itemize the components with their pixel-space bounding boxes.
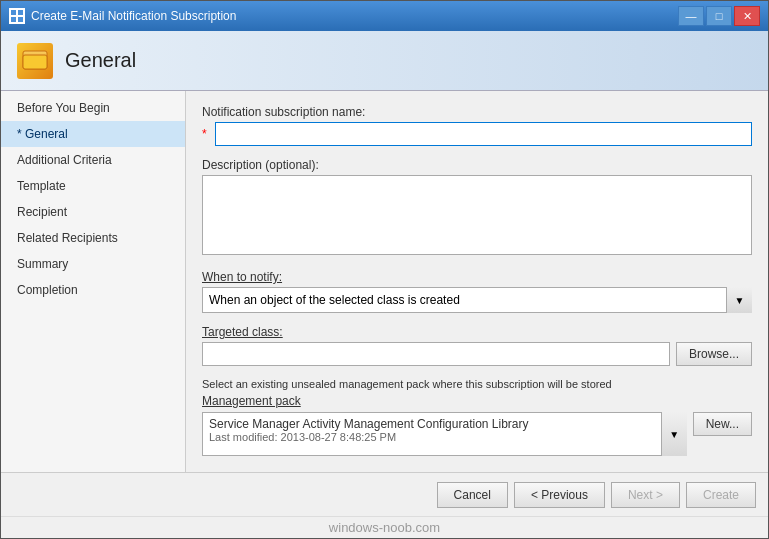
subscription-name-group: Notification subscription name: *: [202, 105, 752, 146]
management-pack-description: Select an existing unsealed management p…: [202, 378, 752, 390]
when-to-notify-group: When to notify: When an object of the se…: [202, 270, 752, 313]
svg-rect-3: [18, 17, 23, 22]
minimize-button[interactable]: —: [678, 6, 704, 26]
sidebar-item-summary[interactable]: Summary: [1, 251, 185, 277]
titlebar-left: Create E-Mail Notification Subscription: [9, 8, 236, 24]
svg-rect-0: [11, 10, 16, 15]
management-pack-select[interactable]: Service Manager Activity Management Conf…: [202, 412, 687, 456]
management-pack-option-sub: Last modified: 2013-08-27 8:48:25 PM: [209, 431, 660, 443]
page-header: General: [1, 31, 768, 91]
titlebar: Create E-Mail Notification Subscription …: [1, 1, 768, 31]
required-indicator: *: [202, 127, 207, 141]
management-pack-row: Service Manager Activity Management Conf…: [202, 412, 752, 456]
sidebar-item-additional-criteria[interactable]: Additional Criteria: [1, 147, 185, 173]
create-button[interactable]: Create: [686, 482, 756, 508]
maximize-button[interactable]: □: [706, 6, 732, 26]
targeted-class-input[interactable]: [202, 342, 670, 366]
when-to-notify-label: When to notify:: [202, 270, 752, 284]
new-button[interactable]: New...: [693, 412, 752, 436]
browse-button[interactable]: Browse...: [676, 342, 752, 366]
management-pack-arrow: ▼: [661, 412, 687, 456]
targeted-class-label: Targeted class:: [202, 325, 752, 339]
management-pack-section: Select an existing unsealed management p…: [202, 378, 752, 456]
window-icon: [9, 8, 25, 24]
sidebar-item-general[interactable]: * General: [1, 121, 185, 147]
management-pack-option-main: Service Manager Activity Management Conf…: [209, 417, 660, 431]
cancel-button[interactable]: Cancel: [437, 482, 508, 508]
window-title: Create E-Mail Notification Subscription: [31, 9, 236, 23]
targeted-class-group: Targeted class: Browse...: [202, 325, 752, 366]
main-window: Create E-Mail Notification Subscription …: [0, 0, 769, 539]
subscription-name-label: Notification subscription name:: [202, 105, 752, 119]
management-pack-label: Management pack: [202, 394, 752, 408]
sidebar-item-related-recipients[interactable]: Related Recipients: [1, 225, 185, 251]
sidebar: Before You Begin * General Additional Cr…: [1, 91, 186, 472]
header-icon: [17, 43, 53, 79]
main-panel: Notification subscription name: * Descri…: [186, 91, 768, 472]
sidebar-item-recipient[interactable]: Recipient: [1, 199, 185, 225]
when-to-notify-select[interactable]: When an object of the selected class is …: [202, 287, 752, 313]
window-controls: — □ ✕: [678, 6, 760, 26]
description-label: Description (optional):: [202, 158, 752, 172]
previous-button[interactable]: < Previous: [514, 482, 605, 508]
management-pack-select-wrapper: Service Manager Activity Management Conf…: [202, 412, 687, 456]
sidebar-item-before-you-begin[interactable]: Before You Begin: [1, 95, 185, 121]
targeted-class-row: Browse...: [202, 342, 752, 366]
svg-rect-2: [11, 17, 16, 22]
close-button[interactable]: ✕: [734, 6, 760, 26]
subscription-name-input[interactable]: [215, 122, 752, 146]
sidebar-item-completion[interactable]: Completion: [1, 277, 185, 303]
description-textarea[interactable]: [202, 175, 752, 255]
page-title: General: [65, 49, 136, 72]
svg-rect-1: [18, 10, 23, 15]
sidebar-item-template[interactable]: Template: [1, 173, 185, 199]
footer: Cancel < Previous Next > Create: [1, 472, 768, 516]
watermark: windows-noob.com: [1, 516, 768, 538]
description-group: Description (optional):: [202, 158, 752, 258]
svg-rect-6: [23, 55, 47, 69]
next-button[interactable]: Next >: [611, 482, 680, 508]
when-to-notify-wrapper: When an object of the selected class is …: [202, 287, 752, 313]
content-area: Before You Begin * General Additional Cr…: [1, 91, 768, 472]
